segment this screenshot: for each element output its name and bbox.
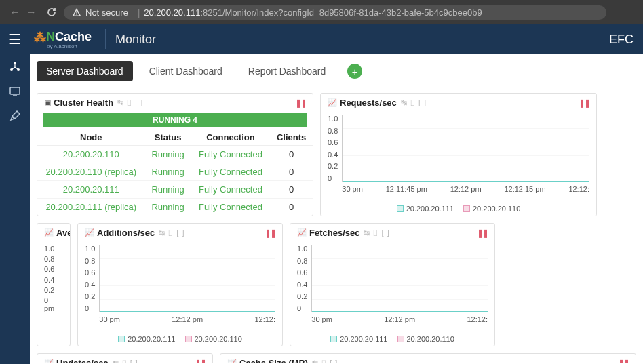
- table-row[interactable]: 20.200.20.111 (replica)RunningFully Conn…: [37, 199, 313, 216]
- panel-requests-sec: 📈 Requests/sec ↹ ⌷ [ ] ❚❚ 1.00.80.60.40.…: [320, 93, 597, 216]
- node-table: Node Status Connection Clients 20.200.20…: [37, 129, 313, 216]
- address-bar[interactable]: Not secure | 20.200.20.111:8251/Monitor/…: [64, 5, 606, 20]
- panel-cluster-health: ▣ Cluster Health ↹ ⌷ [ ] ❚❚ RUNNING 4 No…: [37, 93, 313, 216]
- swatch-icon: [330, 336, 337, 342]
- tab-server-dashboard[interactable]: Server Dashboard: [37, 61, 133, 81]
- chart-icon: 📈: [227, 359, 237, 363]
- cluster-status-bar: RUNNING 4: [43, 113, 307, 127]
- sidebar-cluster-icon[interactable]: [9, 61, 21, 73]
- x-axis: 30 pm12:12 pm12:12:: [99, 312, 275, 323]
- pause-button[interactable]: ❚❚: [618, 359, 629, 364]
- pause-button[interactable]: ❚❚: [579, 98, 589, 108]
- svg-rect-3: [10, 87, 20, 94]
- content-area: Server Dashboard Client Dashboard Report…: [30, 54, 643, 364]
- dashboard-tabs: Server Dashboard Client Dashboard Report…: [30, 54, 643, 87]
- panel-tools[interactable]: ↹ ⌷ [ ]: [312, 359, 338, 363]
- panel-title: Cluster Health: [54, 98, 113, 108]
- chart-icon: 📈: [85, 228, 94, 237]
- warning-icon: [72, 7, 81, 17]
- app-logo: ⁂ N Cache by Alachisoft: [30, 30, 96, 49]
- panel-title: Average: [56, 228, 71, 238]
- chart-plot[interactable]: [342, 115, 589, 182]
- chart-plot[interactable]: [99, 245, 275, 312]
- x-axis: 30 pm12:11:45 pm12:12 pm12:12:15 pm12:12…: [342, 182, 589, 193]
- table-row[interactable]: 20.200.20.110RunningFully Connected0: [37, 146, 313, 163]
- url-text: 20.200.20.111:8251/Monitor/Index?configI…: [144, 7, 482, 18]
- reload-button[interactable]: [46, 7, 57, 18]
- sidebar-monitor-icon[interactable]: [9, 85, 21, 98]
- col-connection: Connection: [191, 129, 270, 146]
- y-axis: 1.00.80.60.40.20: [297, 245, 311, 312]
- col-node: Node: [37, 129, 145, 146]
- panel-additions-sec: 📈 Additions/sec ↹ ⌷ [ ] ❚❚ 1.00.80.60.40…: [77, 223, 283, 346]
- y-axis: 1.00.80.60.40.20: [328, 115, 342, 182]
- chart-plot[interactable]: [311, 245, 488, 312]
- panel-title: Updates/sec: [56, 358, 109, 363]
- panel-fetches-sec: 📈 Fetches/sec ↹ ⌷ [ ] ❚❚ 1.00.80.60.40.2…: [290, 223, 495, 346]
- tab-client-dashboard[interactable]: Client Dashboard: [140, 61, 232, 81]
- menu-button[interactable]: ☰: [0, 31, 30, 47]
- panel-title: Fetches/sec: [309, 228, 359, 238]
- pause-button[interactable]: ❚❚: [195, 359, 206, 364]
- chart-icon: 📈: [44, 359, 54, 363]
- sidebar: [0, 54, 30, 364]
- pause-button[interactable]: ❚❚: [477, 228, 488, 238]
- nav-back-button[interactable]: ←: [7, 6, 23, 18]
- x-axis: 30 pm12:12 pm12:12:: [311, 312, 488, 323]
- tab-report-dashboard[interactable]: Report Dashboard: [239, 61, 335, 81]
- panel-average: 📈 Average 1.00.80.60.40.20 pm: [37, 223, 71, 346]
- panel-title: Cache Size (MB): [239, 358, 308, 363]
- panel-title: Additions/sec: [97, 228, 155, 238]
- swatch-icon: [397, 336, 404, 342]
- context-name: EFC: [609, 33, 643, 47]
- chart-legend: 20.200.20.111 20.200.20.110: [321, 202, 596, 216]
- browser-chrome: ← → Not secure | 20.200.20.111:8251/Moni…: [0, 0, 643, 24]
- table-row[interactable]: 20.200.20.111RunningFully Connected0: [37, 181, 313, 199]
- chart-icon: 📈: [328, 98, 337, 107]
- app-header: ☰ ⁂ N Cache by Alachisoft Monitor EFC: [0, 24, 643, 54]
- pause-button[interactable]: ❚❚: [265, 228, 275, 238]
- panel-tools[interactable]: ↹ ⌷ [ ]: [117, 98, 143, 107]
- y-axis: 1.00.80.60.40.20: [85, 245, 99, 312]
- svg-point-0: [14, 62, 16, 64]
- chart-icon: 📈: [297, 228, 307, 237]
- panel-title: Requests/sec: [340, 98, 397, 108]
- table-row[interactable]: 20.200.20.110 (replica)RunningFully Conn…: [37, 163, 313, 181]
- panel-updates-sec: 📈 Updates/sec ↹ ⌷ [ ] ❚❚ 1.00.80.60.40.2…: [37, 353, 213, 363]
- chart-icon: 📈: [44, 228, 54, 237]
- swatch-icon: [118, 336, 125, 342]
- swatch-icon: [463, 205, 470, 212]
- col-status: Status: [145, 129, 191, 146]
- sidebar-tools-icon[interactable]: [9, 110, 21, 122]
- panel-tools[interactable]: ↹ ⌷ [ ]: [113, 359, 138, 363]
- y-axis: 1.00.80.60.40.20 pm: [44, 245, 63, 312]
- divider: [105, 29, 106, 49]
- panel-tools[interactable]: ↹ ⌷ [ ]: [159, 228, 184, 237]
- security-label: Not secure: [85, 7, 128, 18]
- panel-cache-size: 📈 Cache Size (MB) ↹ ⌷ [ ] ❚❚: [220, 353, 636, 363]
- logo-icon: ⁂: [34, 30, 46, 45]
- pause-button[interactable]: ❚❚: [295, 98, 306, 108]
- divider: |: [138, 7, 140, 18]
- col-clients: Clients: [270, 129, 313, 146]
- dashboard-grid: ▣ Cluster Health ↹ ⌷ [ ] ❚❚ RUNNING 4 No…: [30, 87, 643, 363]
- panel-tools[interactable]: ↹ ⌷ [ ]: [401, 98, 427, 107]
- add-dashboard-button[interactable]: +: [347, 64, 362, 79]
- nav-forward-button: →: [23, 6, 39, 18]
- swatch-icon: [185, 336, 192, 342]
- chart-legend: 20.200.20.111 20.200.20.110: [78, 332, 282, 346]
- panel-tools[interactable]: ↹ ⌷ [ ]: [364, 228, 389, 237]
- section-title: Monitor: [115, 33, 156, 47]
- swatch-icon: [397, 205, 404, 212]
- chart-legend: 20.200.20.111 20.200.20.110: [290, 332, 494, 346]
- grid-icon: ▣: [44, 98, 51, 107]
